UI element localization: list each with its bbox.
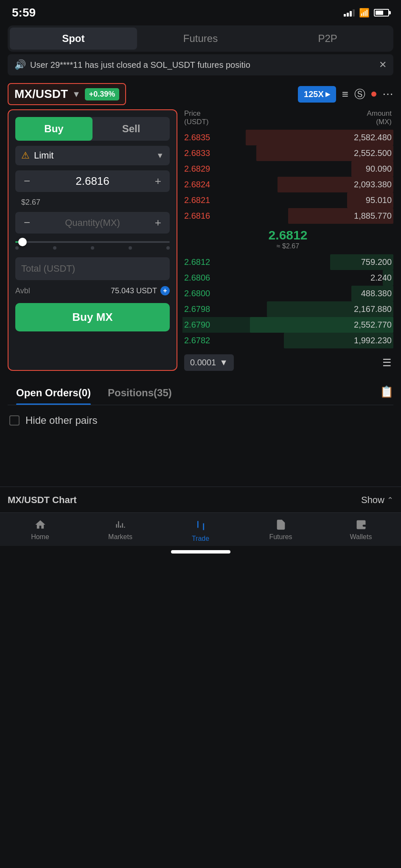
slider-thumb[interactable] [18, 238, 27, 246]
nav-trade-label: Trade [192, 535, 209, 542]
notification-banner: 🔊 User 29****11 has just closed a SOL_US… [8, 54, 393, 75]
hide-pairs-label: Hide other pairs [25, 415, 97, 426]
buy-row-4[interactable]: 2.6790 2,552.770 [182, 317, 393, 333]
buy-row-5[interactable]: 2.6782 1,992.230 [182, 333, 393, 348]
price-decrease-button[interactable]: − [21, 175, 33, 188]
top-tab-bar: Spot Futures P2P [8, 25, 393, 52]
chart-title: MX/USDT Chart [8, 495, 77, 506]
slider-dot-0 [15, 246, 19, 250]
sell-row-5[interactable]: 2.6816 1,885.770 [182, 208, 393, 224]
avbl-value: 75.043 USDT + [111, 286, 170, 295]
order-type-icon: ⚠ [21, 150, 30, 161]
leverage-arrow-icon: ▶ [325, 91, 330, 97]
buy-row-0[interactable]: 2.6812 759.200 [182, 254, 393, 270]
buy-row-2[interactable]: 2.6800 488.380 [182, 286, 393, 301]
settings-icon[interactable]: Ⓢ [354, 87, 365, 102]
sell-tab[interactable]: Sell [93, 117, 170, 141]
mid-price-display: 2.6812 ≈ $2.67 [182, 224, 393, 254]
pair-info[interactable]: MX/USDT ▼ +0.39% [8, 83, 126, 105]
buy-button[interactable]: Buy MX [15, 303, 170, 331]
hide-pairs-checkbox[interactable] [9, 415, 20, 426]
mid-price-usd: ≈ $2.67 [182, 242, 393, 250]
chart-section: MX/USDT Chart Show ⌃ [0, 487, 401, 512]
price-usd-display: $2.67 [15, 197, 170, 207]
tab-futures[interactable]: Futures [137, 28, 264, 50]
order-book-header: Price (USDT) Amount (MX) [182, 109, 393, 130]
slider-dot-100 [166, 246, 170, 250]
price-value[interactable]: 2.6816 [37, 175, 148, 188]
price-increase-button[interactable]: + [152, 175, 164, 188]
chart-show-label: Show [361, 495, 384, 506]
sell-row-1[interactable]: 2.6833 2,552.500 [182, 145, 393, 161]
qty-increase-button[interactable]: + [152, 216, 164, 229]
leverage-button[interactable]: 125X ▶ [298, 86, 336, 103]
slider-dots [15, 246, 170, 250]
available-balance-row: Avbl 75.043 USDT + [15, 285, 170, 296]
sell-orders: 2.6835 2,582.480 2.6833 2,552.500 2.6829… [182, 130, 393, 224]
order-book: Price (USDT) Amount (MX) 2.6835 2,582.48… [182, 109, 393, 371]
total-placeholder: Total (USDT) [21, 263, 75, 274]
home-icon [34, 519, 46, 531]
buy-row-3[interactable]: 2.6798 2,167.880 [182, 301, 393, 317]
buy-sell-tabs: Buy Sell [15, 117, 170, 141]
add-funds-button[interactable]: + [160, 286, 170, 295]
status-icons: 📶 [344, 8, 389, 18]
nav-home[interactable]: Home [0, 519, 80, 542]
order-book-footer: 0.0001 ▼ ☰ [182, 350, 393, 371]
qty-decrease-button[interactable]: − [21, 216, 33, 229]
tab-positions[interactable]: Positions(35) [99, 383, 180, 405]
home-indicator [171, 550, 230, 554]
ob-amount-header: Amount (MX) [367, 109, 392, 126]
slider-dot-50 [91, 246, 94, 250]
total-input[interactable]: Total (USDT) [15, 257, 170, 280]
buy-tab[interactable]: Buy [15, 117, 93, 141]
quantity-input-row: − Quantity(MX) + [15, 212, 170, 234]
nav-home-label: Home [31, 533, 49, 541]
decimal-value: 0.0001 [190, 358, 216, 367]
chart-header: MX/USDT Chart Show ⌃ [8, 495, 393, 506]
tab-spot[interactable]: Spot [10, 28, 137, 50]
sell-row-3[interactable]: 2.6824 2,093.380 [182, 177, 393, 192]
notification-close[interactable]: ✕ [379, 59, 387, 70]
status-time: 5:59 [12, 6, 36, 19]
nav-trade[interactable]: Trade [160, 519, 241, 542]
decimal-arrow-icon: ▼ [219, 358, 228, 367]
nav-markets-label: Markets [108, 533, 132, 541]
trading-body: Buy Sell ⚠ Limit ▼ − 2.6816 + $2.67 − Qu… [0, 109, 401, 375]
slider-dot-25 [53, 246, 56, 250]
buy-orders: 2.6812 759.200 2.6806 2.240 2.6800 488.3… [182, 254, 393, 348]
nav-wallets[interactable]: Wallets [321, 519, 401, 542]
quantity-slider[interactable] [15, 239, 170, 252]
chart-layout-icon[interactable]: ≡ [342, 88, 348, 101]
chart-show-toggle[interactable]: Show ⌃ [361, 495, 393, 506]
more-icon[interactable]: ⋯ [382, 88, 393, 101]
quantity-input[interactable]: Quantity(MX) [37, 217, 148, 228]
sell-row-4[interactable]: 2.6821 95.010 [182, 192, 393, 208]
tab-open-orders[interactable]: Open Orders(0) [8, 383, 99, 405]
slider-track [15, 241, 170, 243]
chevron-up-icon: ⌃ [387, 495, 393, 505]
sell-row-2[interactable]: 2.6829 90.090 [182, 161, 393, 177]
mid-price-value: 2.6812 [182, 228, 393, 242]
pair-dropdown-icon: ▼ [72, 89, 81, 99]
markets-icon [115, 519, 126, 531]
order-book-view-icon[interactable]: ☰ [382, 357, 392, 369]
nav-futures[interactable]: Futures [241, 519, 321, 542]
bottom-nav: Home Markets Trade Futures Wallets [0, 512, 401, 546]
hide-pairs-row: Hide other pairs [8, 405, 393, 436]
futures-icon [275, 519, 287, 531]
avbl-label: Avbl [15, 287, 30, 295]
pair-name: MX/USDT [14, 87, 68, 101]
buy-row-1[interactable]: 2.6806 2.240 [182, 270, 393, 286]
order-type-selector[interactable]: ⚠ Limit ▼ [15, 146, 170, 165]
orders-menu-icon[interactable]: 📋 [380, 385, 393, 403]
pair-change-badge: +0.39% [85, 88, 120, 100]
tab-p2p[interactable]: P2P [264, 28, 391, 50]
trading-controls: 125X ▶ ≡ Ⓢ ⋯ [298, 86, 393, 103]
orders-section: Open Orders(0) Positions(35) 📋 Hide othe… [0, 375, 401, 436]
sell-row-0[interactable]: 2.6835 2,582.480 [182, 130, 393, 145]
decimal-selector[interactable]: 0.0001 ▼ [184, 354, 234, 371]
order-type-label: Limit [34, 150, 152, 161]
notification-text: User 29****11 has just closed a SOL_USDT… [30, 60, 375, 70]
nav-markets[interactable]: Markets [80, 519, 160, 542]
